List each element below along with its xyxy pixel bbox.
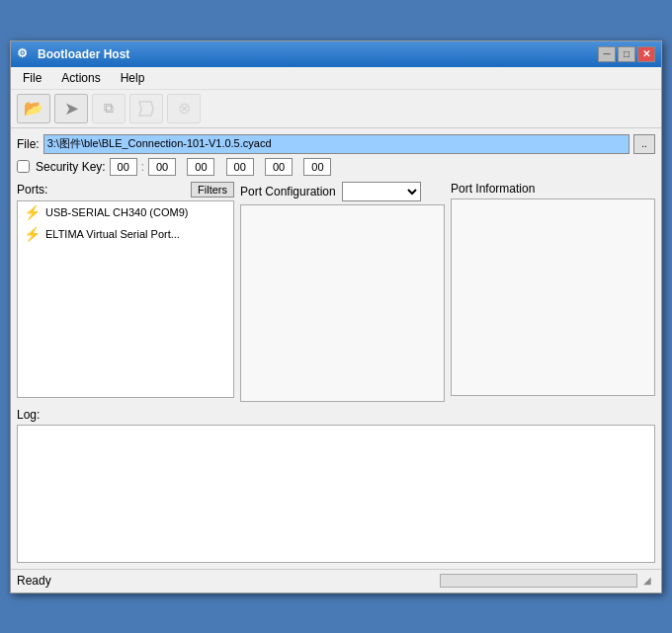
ports-label: Ports: <box>17 183 47 197</box>
ports-list[interactable]: ⚡ USB-SERIAL CH340 (COM9) ⚡ ELTIMA Virtu… <box>17 200 234 398</box>
sep-0: : <box>141 160 144 174</box>
port-config-header: Port Configuration <box>240 182 445 201</box>
port-config-panel: Port Configuration <box>240 182 445 402</box>
list-item[interactable]: ⚡ USB-SERIAL CH340 (COM9) <box>18 201 233 223</box>
progress-bar <box>440 574 637 588</box>
ports-header: Ports: Filters <box>17 182 234 198</box>
svg-marker-0 <box>139 102 153 116</box>
filters-button[interactable]: Filters <box>191 182 234 198</box>
browse-button[interactable]: .. <box>633 134 655 154</box>
close-button[interactable]: ✕ <box>637 46 655 62</box>
sep-2 <box>218 160 221 174</box>
sep-1 <box>180 160 183 174</box>
stop-button[interactable]: ⊗ <box>167 94 201 123</box>
security-field-2[interactable] <box>187 158 214 176</box>
port-config-label: Port Configuration <box>240 185 336 198</box>
port-info-area <box>451 198 655 396</box>
copy-button[interactable]: ⧉ <box>92 94 126 123</box>
port-info-label: Port Information <box>451 182 655 196</box>
tag-button <box>129 94 163 123</box>
three-panel: Ports: Filters ⚡ USB-SERIAL CH340 (COM9)… <box>17 182 655 402</box>
title-bar-left: ⚙ Bootloader Host <box>17 46 129 62</box>
status-right: ◢ <box>440 574 655 588</box>
file-row: File: .. <box>17 134 655 154</box>
forward-button[interactable]: ➤ <box>54 94 88 123</box>
resize-handle[interactable]: ◢ <box>643 575 655 587</box>
security-field-4[interactable] <box>265 158 293 176</box>
file-label: File: <box>17 137 40 151</box>
menu-bar: File Actions Help <box>11 67 661 90</box>
sep-3 <box>258 160 261 174</box>
content-area: File: .. Security Key: : Por <box>11 128 661 569</box>
title-bar: ⚙ Bootloader Host ─ □ ✕ <box>11 41 661 67</box>
status-bar: Ready ◢ <box>11 569 661 593</box>
menu-file[interactable]: File <box>15 69 49 87</box>
security-field-3[interactable] <box>226 158 254 176</box>
log-area <box>17 425 655 563</box>
port-config-select[interactable] <box>342 182 421 201</box>
app-icon: ⚙ <box>17 46 33 62</box>
ports-panel: Ports: Filters ⚡ USB-SERIAL CH340 (COM9)… <box>17 182 234 402</box>
restore-button[interactable]: □ <box>618 46 635 62</box>
port-info-panel: Port Information <box>451 182 655 402</box>
port-icon-1: ⚡ <box>24 226 41 242</box>
file-input[interactable] <box>43 134 630 154</box>
security-checkbox[interactable] <box>17 160 30 173</box>
security-row: Security Key: : <box>17 158 655 176</box>
window-title: Bootloader Host <box>38 47 129 61</box>
list-item[interactable]: ⚡ ELTIMA Virtual Serial Port... <box>18 223 233 245</box>
port-name-1: ELTIMA Virtual Serial Port... <box>45 228 180 240</box>
port-icon-0: ⚡ <box>24 204 41 220</box>
menu-actions[interactable]: Actions <box>53 69 108 87</box>
status-text: Ready <box>17 574 51 588</box>
log-label: Log: <box>17 408 655 422</box>
open-button[interactable]: 📂 <box>17 94 50 123</box>
security-field-0[interactable] <box>110 158 137 176</box>
menu-help[interactable]: Help <box>113 69 153 87</box>
main-window: ⚙ Bootloader Host ─ □ ✕ File Actions Hel… <box>10 40 662 593</box>
log-section: Log: <box>17 408 655 563</box>
title-controls: ─ □ ✕ <box>598 46 655 62</box>
sep-4 <box>296 160 299 174</box>
security-field-5[interactable] <box>303 158 331 176</box>
port-name-0: USB-SERIAL CH340 (COM9) <box>45 206 188 218</box>
toolbar: 📂 ➤ ⧉ ⊗ <box>11 90 661 128</box>
security-label: Security Key: <box>36 160 106 174</box>
minimize-button[interactable]: ─ <box>598 46 616 62</box>
port-config-area <box>240 204 445 402</box>
security-field-1[interactable] <box>148 158 176 176</box>
